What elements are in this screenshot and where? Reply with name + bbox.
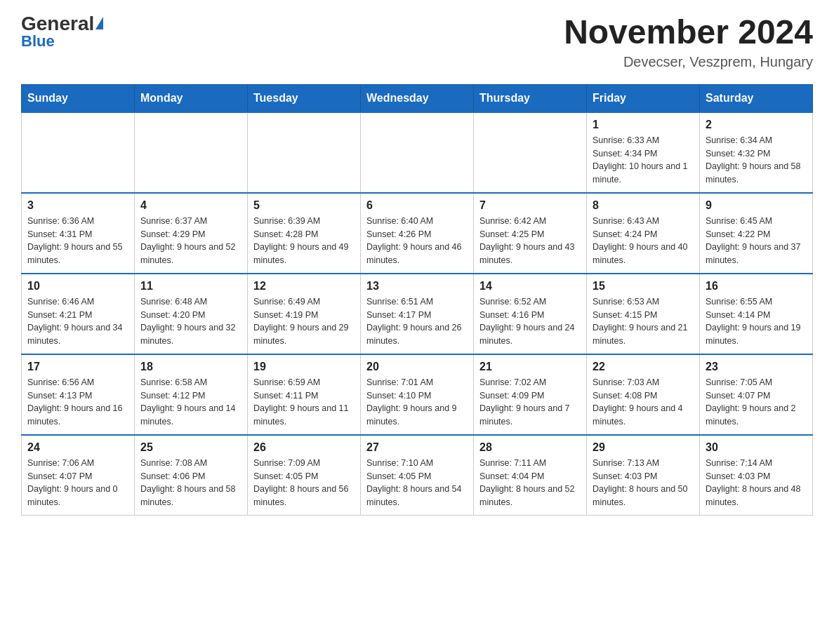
day-number: 5 [253,199,355,212]
table-row: 13Sunrise: 6:51 AMSunset: 4:17 PMDayligh… [361,274,474,354]
day-info: Sunrise: 6:33 AMSunset: 4:34 PMDaylight:… [593,134,694,187]
day-info: Sunrise: 6:49 AMSunset: 4:19 PMDaylight:… [253,295,355,348]
day-number: 27 [366,441,468,454]
table-row [135,112,248,193]
day-info: Sunrise: 6:55 AMSunset: 4:14 PMDaylight:… [706,295,807,348]
col-friday: Friday [587,84,700,112]
logo-blue: Blue [21,32,55,51]
day-number: 19 [253,361,355,373]
day-info: Sunrise: 7:10 AMSunset: 4:05 PMDaylight:… [366,457,468,509]
table-row: 26Sunrise: 7:09 AMSunset: 4:05 PMDayligh… [248,435,361,516]
table-row: 14Sunrise: 6:52 AMSunset: 4:16 PMDayligh… [474,274,587,354]
day-info: Sunrise: 6:34 AMSunset: 4:32 PMDaylight:… [706,134,807,187]
table-row [474,112,587,193]
page-header: General Blue November 2024 Devecser, Ves… [21,14,813,70]
table-row: 11Sunrise: 6:48 AMSunset: 4:20 PMDayligh… [135,274,248,354]
location: Devecser, Veszprem, Hungary [564,54,813,70]
day-number: 20 [366,361,468,373]
calendar-week-row: 10Sunrise: 6:46 AMSunset: 4:21 PMDayligh… [22,274,813,354]
table-row: 9Sunrise: 6:45 AMSunset: 4:22 PMDaylight… [700,193,813,274]
day-number: 15 [593,280,694,293]
calendar-week-row: 3Sunrise: 6:36 AMSunset: 4:31 PMDaylight… [22,193,813,274]
day-number: 13 [366,280,468,293]
table-row: 4Sunrise: 6:37 AMSunset: 4:29 PMDaylight… [135,193,248,274]
day-number: 9 [706,199,807,212]
table-row: 6Sunrise: 6:40 AMSunset: 4:26 PMDaylight… [361,193,474,274]
day-number: 25 [140,441,241,454]
day-number: 1 [593,119,694,131]
table-row: 25Sunrise: 7:08 AMSunset: 4:06 PMDayligh… [135,435,248,516]
day-info: Sunrise: 7:02 AMSunset: 4:09 PMDaylight:… [479,376,581,429]
table-row [22,112,135,193]
table-row [361,112,474,193]
table-row [248,112,361,193]
day-info: Sunrise: 7:08 AMSunset: 4:06 PMDaylight:… [140,457,241,509]
day-number: 29 [593,441,694,454]
day-number: 6 [366,199,468,212]
table-row: 18Sunrise: 6:58 AMSunset: 4:12 PMDayligh… [135,354,248,435]
day-number: 14 [479,280,581,293]
calendar-week-row: 17Sunrise: 6:56 AMSunset: 4:13 PMDayligh… [22,354,813,435]
calendar-header-row: Sunday Monday Tuesday Wednesday Thursday… [22,84,813,112]
col-monday: Monday [135,84,248,112]
day-info: Sunrise: 6:39 AMSunset: 4:28 PMDaylight:… [253,215,355,267]
day-info: Sunrise: 7:06 AMSunset: 4:07 PMDaylight:… [27,457,128,509]
col-wednesday: Wednesday [361,84,474,112]
day-info: Sunrise: 6:45 AMSunset: 4:22 PMDaylight:… [706,215,807,267]
table-row: 2Sunrise: 6:34 AMSunset: 4:32 PMDaylight… [700,112,813,193]
day-number: 24 [27,441,128,454]
day-info: Sunrise: 6:51 AMSunset: 4:17 PMDaylight:… [366,295,468,348]
day-info: Sunrise: 6:59 AMSunset: 4:11 PMDaylight:… [253,376,355,429]
day-number: 22 [593,361,694,373]
day-info: Sunrise: 6:53 AMSunset: 4:15 PMDaylight:… [593,295,694,348]
day-info: Sunrise: 6:56 AMSunset: 4:13 PMDaylight:… [27,376,128,429]
col-thursday: Thursday [474,84,587,112]
table-row: 17Sunrise: 6:56 AMSunset: 4:13 PMDayligh… [22,354,135,435]
day-info: Sunrise: 7:11 AMSunset: 4:04 PMDaylight:… [479,457,581,509]
day-info: Sunrise: 6:42 AMSunset: 4:25 PMDaylight:… [479,215,581,267]
day-info: Sunrise: 6:52 AMSunset: 4:16 PMDaylight:… [479,295,581,348]
calendar-table: Sunday Monday Tuesday Wednesday Thursday… [21,84,813,516]
day-number: 11 [140,280,241,293]
day-number: 2 [706,119,807,131]
day-number: 26 [253,441,355,454]
day-info: Sunrise: 6:37 AMSunset: 4:29 PMDaylight:… [140,215,241,267]
day-info: Sunrise: 7:14 AMSunset: 4:03 PMDaylight:… [706,457,807,509]
logo-general: General [21,14,94,34]
day-number: 3 [27,199,128,212]
day-number: 12 [253,280,355,293]
col-tuesday: Tuesday [248,84,361,112]
day-number: 17 [27,361,128,373]
table-row: 22Sunrise: 7:03 AMSunset: 4:08 PMDayligh… [587,354,700,435]
table-row: 29Sunrise: 7:13 AMSunset: 4:03 PMDayligh… [587,435,700,516]
day-info: Sunrise: 6:58 AMSunset: 4:12 PMDaylight:… [140,376,241,429]
table-row: 8Sunrise: 6:43 AMSunset: 4:24 PMDaylight… [587,193,700,274]
table-row: 10Sunrise: 6:46 AMSunset: 4:21 PMDayligh… [22,274,135,354]
logo-triangle-icon [95,17,103,29]
day-info: Sunrise: 7:13 AMSunset: 4:03 PMDaylight:… [593,457,694,509]
day-number: 10 [27,280,128,293]
table-row: 5Sunrise: 6:39 AMSunset: 4:28 PMDaylight… [248,193,361,274]
day-number: 16 [706,280,807,293]
day-number: 7 [479,199,581,212]
table-row: 20Sunrise: 7:01 AMSunset: 4:10 PMDayligh… [361,354,474,435]
table-row: 27Sunrise: 7:10 AMSunset: 4:05 PMDayligh… [361,435,474,516]
table-row: 15Sunrise: 6:53 AMSunset: 4:15 PMDayligh… [587,274,700,354]
calendar-week-row: 24Sunrise: 7:06 AMSunset: 4:07 PMDayligh… [22,435,813,516]
day-number: 28 [479,441,581,454]
table-row: 23Sunrise: 7:05 AMSunset: 4:07 PMDayligh… [700,354,813,435]
day-info: Sunrise: 6:40 AMSunset: 4:26 PMDaylight:… [366,215,468,267]
day-info: Sunrise: 7:09 AMSunset: 4:05 PMDaylight:… [253,457,355,509]
day-info: Sunrise: 7:03 AMSunset: 4:08 PMDaylight:… [593,376,694,429]
day-number: 4 [140,199,241,212]
table-row: 1Sunrise: 6:33 AMSunset: 4:34 PMDaylight… [587,112,700,193]
day-number: 23 [706,361,807,373]
table-row: 30Sunrise: 7:14 AMSunset: 4:03 PMDayligh… [700,435,813,516]
col-sunday: Sunday [22,84,135,112]
table-row: 3Sunrise: 6:36 AMSunset: 4:31 PMDaylight… [22,193,135,274]
table-row: 28Sunrise: 7:11 AMSunset: 4:04 PMDayligh… [474,435,587,516]
month-title: November 2024 [564,14,813,51]
title-block: November 2024 Devecser, Veszprem, Hungar… [564,14,813,70]
day-info: Sunrise: 7:05 AMSunset: 4:07 PMDaylight:… [706,376,807,429]
day-info: Sunrise: 6:43 AMSunset: 4:24 PMDaylight:… [593,215,694,267]
